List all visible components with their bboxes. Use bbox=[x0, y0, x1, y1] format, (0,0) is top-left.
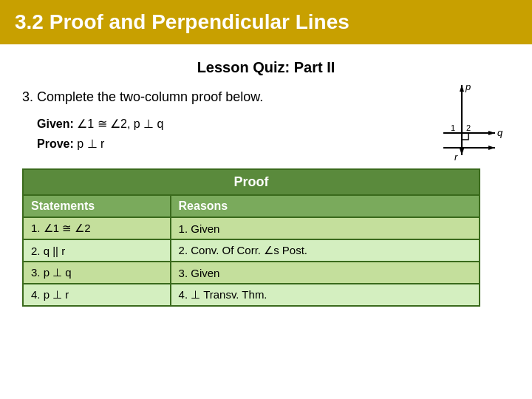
statements-col-header: Statements bbox=[23, 195, 171, 217]
prove-label: Prove: bbox=[37, 137, 74, 150]
svg-text:q: q bbox=[497, 127, 503, 138]
svg-marker-11 bbox=[488, 131, 495, 135]
reason-3: 3. Given bbox=[171, 262, 480, 284]
question-body: Complete the two-column proof below. bbox=[37, 89, 263, 104]
table-row: 2. q || r 2. Conv. Of Corr. ∠s Post. bbox=[23, 239, 480, 262]
page-title: 3.2 Proof and Perpendicular Lines bbox=[0, 0, 532, 44]
proof-table: Proof Statements Reasons 1. ∠1 ≅ ∠2 1. G… bbox=[22, 168, 480, 307]
given-line: Given: ∠1 ≅ ∠2, p ⊥ q bbox=[37, 114, 510, 134]
proof-header-row: Proof bbox=[23, 169, 480, 195]
reason-1: 1. Given bbox=[171, 217, 480, 239]
svg-text:2: 2 bbox=[466, 123, 471, 132]
diagram: p q r 1 2 bbox=[440, 81, 514, 166]
col-header-row: Statements Reasons bbox=[23, 195, 480, 217]
svg-text:p: p bbox=[465, 81, 471, 92]
given-label: Given: bbox=[37, 117, 74, 130]
proof-header-cell: Proof bbox=[23, 169, 480, 195]
statement-4: 4. p ⊥ r bbox=[23, 284, 171, 306]
svg-marker-9 bbox=[460, 85, 464, 92]
given-value: ∠1 ≅ ∠2, p ⊥ q bbox=[77, 117, 163, 130]
table-row: 4. p ⊥ r 4. ⊥ Transv. Thm. bbox=[23, 284, 480, 306]
reason-4: 4. ⊥ Transv. Thm. bbox=[171, 284, 480, 306]
reasons-col-header-text: Reasons bbox=[179, 200, 228, 212]
svg-marker-10 bbox=[460, 149, 464, 155]
question-text: 3. Complete the two-column proof below. bbox=[22, 89, 510, 105]
svg-text:r: r bbox=[454, 151, 458, 163]
table-row: 1. ∠1 ≅ ∠2 1. Given bbox=[23, 217, 480, 239]
statement-3: 3. p ⊥ q bbox=[23, 262, 171, 284]
prove-line: Prove: p ⊥ r bbox=[37, 134, 510, 154]
svg-marker-12 bbox=[488, 146, 495, 150]
statement-2: 2. q || r bbox=[23, 239, 171, 262]
svg-text:1: 1 bbox=[451, 123, 455, 132]
given-prove-block: Given: ∠1 ≅ ∠2, p ⊥ q Prove: p ⊥ r bbox=[37, 114, 510, 154]
prove-value: p ⊥ r bbox=[77, 137, 104, 150]
reason-2: 2. Conv. Of Corr. ∠s Post. bbox=[171, 239, 480, 262]
reasons-col-header: Reasons bbox=[171, 195, 480, 217]
proof-header-text: Proof bbox=[234, 174, 269, 189]
svg-rect-4 bbox=[462, 133, 468, 140]
statement-1: 1. ∠1 ≅ ∠2 bbox=[23, 217, 171, 239]
header-title-text: 3.2 Proof and Perpendicular Lines bbox=[15, 10, 349, 33]
question-number: 3. bbox=[22, 89, 33, 104]
diagram-svg: p q r 1 2 bbox=[440, 81, 514, 163]
statements-col-header-text: Statements bbox=[31, 200, 95, 212]
lesson-quiz-title: Lesson Quiz: Part II bbox=[22, 59, 510, 76]
lesson-quiz-title-text: Lesson Quiz: Part II bbox=[197, 59, 335, 75]
table-row: 3. p ⊥ q 3. Given bbox=[23, 262, 480, 284]
